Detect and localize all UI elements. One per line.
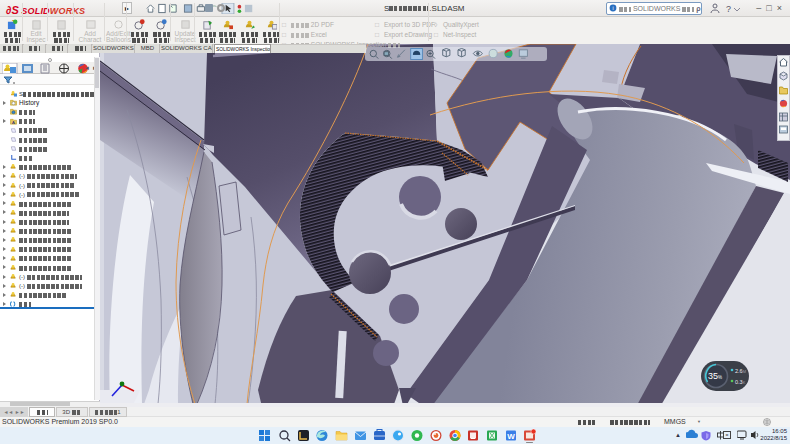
svg-text:2.6M: 2.6M: [735, 368, 746, 374]
svg-text:A: A: [12, 119, 15, 124]
svg-text:0.3K: 0.3K: [735, 379, 746, 385]
svg-text:?: ?: [726, 4, 731, 14]
svg-text:i: i: [612, 5, 613, 11]
svg-text:W: W: [507, 432, 515, 441]
